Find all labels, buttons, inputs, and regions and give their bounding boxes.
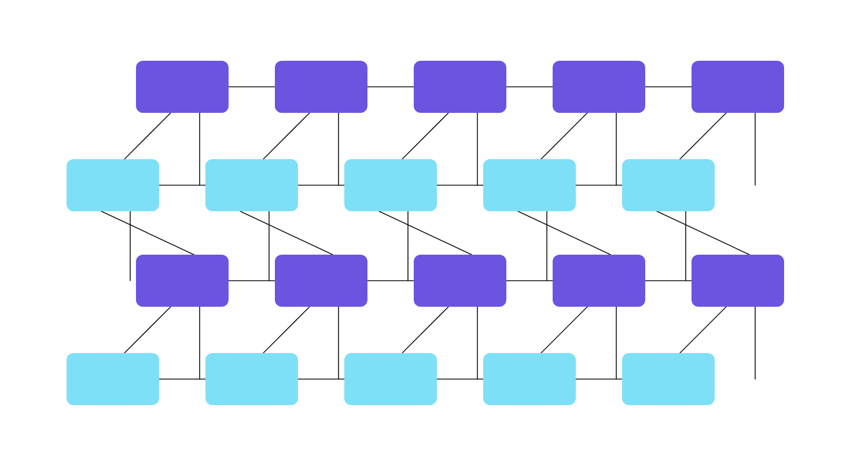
edge: [379, 211, 472, 255]
node-r0-c3: [553, 61, 645, 113]
node-r1-c4: [622, 159, 715, 211]
edge: [240, 211, 333, 255]
edge: [124, 307, 171, 353]
node-r1-c3: [483, 159, 576, 211]
node-r0-c4: [692, 61, 784, 113]
node-r3-c4: [622, 353, 715, 405]
node-r2-c4: [692, 255, 784, 307]
node-r0-c2: [414, 61, 506, 113]
edge: [263, 113, 310, 159]
node-r3-c1: [205, 353, 298, 405]
diagram-canvas: [0, 0, 868, 463]
node-r3-c0: [67, 353, 159, 405]
node-r3-c3: [483, 353, 576, 405]
edge: [101, 211, 194, 255]
node-r1-c0: [67, 159, 159, 211]
edge: [680, 113, 726, 159]
edge: [263, 307, 310, 353]
edge: [124, 113, 171, 159]
node-r2-c0: [136, 255, 229, 307]
edge: [541, 113, 587, 159]
edge: [402, 113, 448, 159]
edge: [402, 307, 448, 353]
node-r2-c3: [553, 255, 645, 307]
node-r3-c2: [344, 353, 437, 405]
node-r1-c2: [344, 159, 437, 211]
node-r0-c1: [275, 61, 367, 113]
edge: [657, 211, 749, 255]
node-r2-c2: [414, 255, 506, 307]
edge: [541, 307, 587, 353]
edge: [518, 211, 610, 255]
node-r2-c1: [275, 255, 367, 307]
node-r1-c1: [205, 159, 298, 211]
edge: [680, 307, 726, 353]
node-r0-c0: [136, 61, 229, 113]
